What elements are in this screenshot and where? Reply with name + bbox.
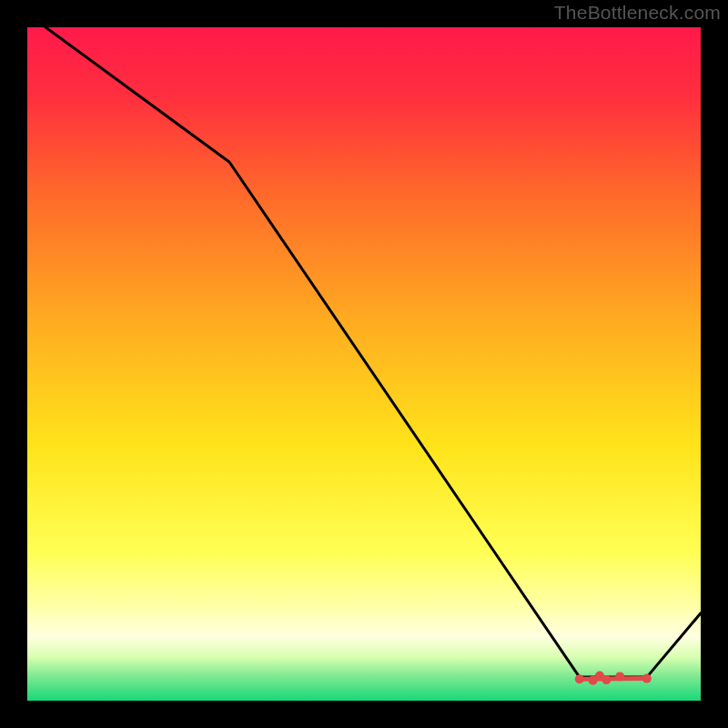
marker-dot bbox=[642, 674, 652, 683]
watermark-text: TheBottleneck.com bbox=[554, 2, 721, 24]
marker-dot bbox=[602, 675, 611, 684]
marker-dot bbox=[615, 672, 624, 681]
chart-svg bbox=[27, 27, 701, 701]
chart-frame: TheBottleneck.com bbox=[0, 0, 728, 728]
gradient-background bbox=[27, 27, 701, 701]
plot-area bbox=[27, 27, 701, 701]
marker-dot bbox=[575, 674, 584, 683]
